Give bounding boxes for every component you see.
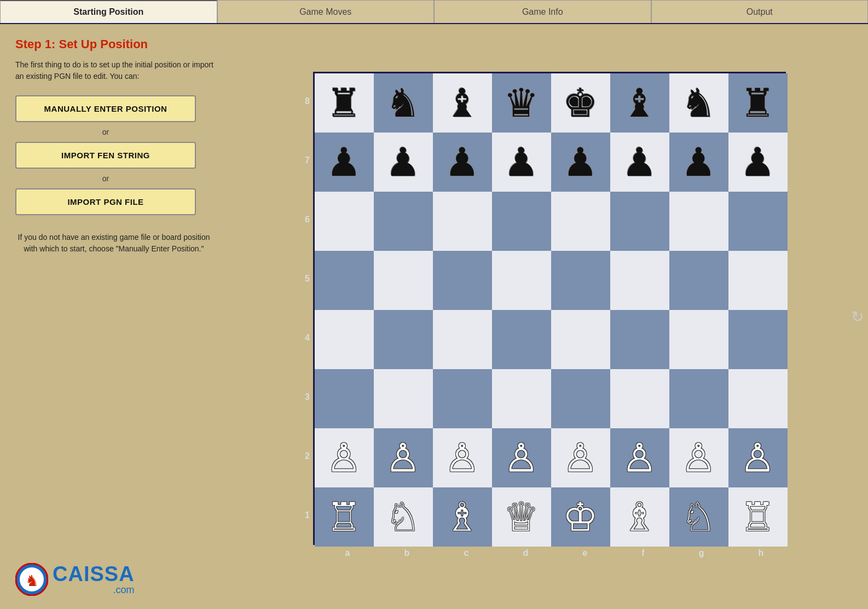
board-cell-b2[interactable]: ♙ [374, 428, 433, 487]
or-label-1: or [15, 128, 196, 136]
board-cell-e4[interactable] [551, 310, 610, 369]
board-cell-e7[interactable]: ♟ [551, 133, 610, 192]
board-cell-a8[interactable]: ♜ [315, 73, 374, 133]
board-cell-f4[interactable] [610, 310, 669, 369]
board-cell-c5[interactable] [433, 251, 492, 310]
board-cell-f7[interactable]: ♟ [610, 133, 669, 192]
board-area: 8 7 6 5 4 3 2 1 ♜♞♝♛♚♝♞♜♟♟♟♟♟♟♟♟♙♙♙♙♙♙♙♙… [235, 24, 868, 609]
board-cell-a2[interactable]: ♙ [315, 428, 374, 487]
caissa-logo-icon: ♞ [15, 563, 48, 596]
board-cell-g4[interactable] [669, 310, 728, 369]
board-cell-d3[interactable] [492, 369, 551, 428]
board-cell-h5[interactable] [728, 251, 788, 310]
board-cell-c4[interactable] [433, 310, 492, 369]
svg-text:♞: ♞ [25, 572, 39, 589]
import-pgn-file-button[interactable]: IMPORT PGN FILE [15, 188, 196, 215]
board-cell-b5[interactable] [374, 251, 433, 310]
board-cell-b4[interactable] [374, 310, 433, 369]
board-container: 8 7 6 5 4 3 2 1 ♜♞♝♛♚♝♞♜♟♟♟♟♟♟♟♟♙♙♙♙♙♙♙♙… [302, 72, 786, 545]
board-cell-g3[interactable] [669, 369, 728, 428]
logo-name: CAISSA [53, 562, 135, 585]
board-cell-g1[interactable]: ♘ [669, 487, 728, 547]
board-cell-f6[interactable] [610, 192, 669, 251]
board-cell-d4[interactable] [492, 310, 551, 369]
board-cell-a5[interactable] [315, 251, 374, 310]
board-cell-h2[interactable]: ♙ [728, 428, 788, 487]
logo-text-area: CAISSA .com [53, 564, 135, 596]
board-wrapper: 8 7 6 5 4 3 2 1 ♜♞♝♛♚♝♞♜♟♟♟♟♟♟♟♟♙♙♙♙♙♙♙♙… [302, 72, 791, 561]
board-cell-e1[interactable]: ♔ [551, 487, 610, 547]
board-cell-h3[interactable] [728, 369, 788, 428]
board-cell-c8[interactable]: ♝ [433, 73, 492, 133]
step-description: The first thing to do is to set up the i… [15, 59, 220, 82]
board-cell-e6[interactable] [551, 192, 610, 251]
board-cell-b6[interactable] [374, 192, 433, 251]
board-cell-d5[interactable] [492, 251, 551, 310]
main-content: Step 1: Set Up Position The first thing … [0, 24, 868, 609]
bottom-note: If you do not have an existing game file… [15, 232, 212, 255]
tab-output[interactable]: Output [651, 0, 869, 23]
tab-game-moves[interactable]: Game Moves [217, 0, 435, 23]
board-cell-c2[interactable]: ♙ [433, 428, 492, 487]
board-cell-h1[interactable]: ♖ [728, 487, 788, 547]
board-cell-a7[interactable]: ♟ [315, 133, 374, 192]
board-cell-a6[interactable] [315, 192, 374, 251]
board-cell-d8[interactable]: ♛ [492, 73, 551, 133]
refresh-board-button[interactable]: ↻ [851, 308, 864, 326]
board-cell-b8[interactable]: ♞ [374, 73, 433, 133]
rank-labels: 8 7 6 5 4 3 2 1 [302, 72, 313, 545]
board-cell-g8[interactable]: ♞ [669, 73, 728, 133]
board-cell-h6[interactable] [728, 192, 788, 251]
tab-game-info[interactable]: Game Info [434, 0, 651, 23]
board-cell-e3[interactable] [551, 369, 610, 428]
board-cell-d6[interactable] [492, 192, 551, 251]
tab-starting-position[interactable]: Starting Position [0, 0, 217, 23]
board-cell-b7[interactable]: ♟ [374, 133, 433, 192]
board-cell-f2[interactable]: ♙ [610, 428, 669, 487]
board-cell-f3[interactable] [610, 369, 669, 428]
board-cell-b3[interactable] [374, 369, 433, 428]
step-title: Step 1: Set Up Position [15, 37, 220, 51]
file-labels: a b c d e f g h [318, 545, 791, 561]
board-cell-f8[interactable]: ♝ [610, 73, 669, 133]
import-fen-string-button[interactable]: IMPORT FEN STRING [15, 142, 196, 169]
chess-board[interactable]: ♜♞♝♛♚♝♞♜♟♟♟♟♟♟♟♟♙♙♙♙♙♙♙♙♖♘♗♕♔♗♘♖ [313, 72, 786, 545]
logo-area: ♞ CAISSA .com [15, 563, 220, 596]
board-cell-b1[interactable]: ♘ [374, 487, 433, 547]
board-cell-e2[interactable]: ♙ [551, 428, 610, 487]
manually-enter-position-button[interactable]: MANUALLY ENTER POSITION [15, 95, 196, 122]
board-cell-c1[interactable]: ♗ [433, 487, 492, 547]
board-cell-d1[interactable]: ♕ [492, 487, 551, 547]
board-cell-c3[interactable] [433, 369, 492, 428]
board-cell-g2[interactable]: ♙ [669, 428, 728, 487]
board-cell-a1[interactable]: ♖ [315, 487, 374, 547]
board-cell-e5[interactable] [551, 251, 610, 310]
board-cell-f5[interactable] [610, 251, 669, 310]
board-cell-g6[interactable] [669, 192, 728, 251]
board-cell-c6[interactable] [433, 192, 492, 251]
board-cell-h7[interactable]: ♟ [728, 133, 788, 192]
board-cell-a3[interactable] [315, 369, 374, 428]
board-cell-e8[interactable]: ♚ [551, 73, 610, 133]
tab-bar: Starting Position Game Moves Game Info O… [0, 0, 868, 24]
board-cell-h4[interactable] [728, 310, 788, 369]
board-cell-g7[interactable]: ♟ [669, 133, 728, 192]
left-panel: Step 1: Set Up Position The first thing … [0, 24, 235, 609]
board-cell-g5[interactable] [669, 251, 728, 310]
board-cell-h8[interactable]: ♜ [728, 73, 788, 133]
or-label-2: or [15, 174, 196, 183]
board-cell-f1[interactable]: ♗ [610, 487, 669, 547]
board-cell-c7[interactable]: ♟ [433, 133, 492, 192]
board-cell-d7[interactable]: ♟ [492, 133, 551, 192]
board-cell-d2[interactable]: ♙ [492, 428, 551, 487]
logo-com: .com [53, 584, 135, 596]
board-cell-a4[interactable] [315, 310, 374, 369]
